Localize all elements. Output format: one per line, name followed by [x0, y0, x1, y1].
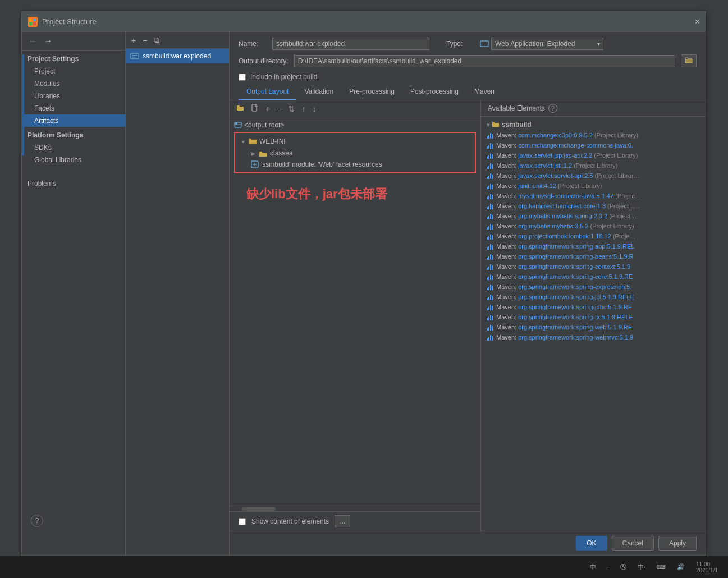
taskbar-item-s[interactable]: Ⓢ — [617, 561, 630, 573]
maven-bar-icon-11 — [487, 243, 493, 250]
avail-item-3[interactable]: Maven: javax.servlet:jstl:1.2 (Project L… — [481, 160, 706, 171]
avail-item-17[interactable]: Maven: org.springframework:spring-jdbc:5… — [481, 302, 706, 312]
type-select[interactable]: Web Application: Exploded — [491, 38, 603, 50]
tree-item-web-inf[interactable]: ▾ WEB-INF — [237, 135, 473, 148]
annotation-text: 缺少lib文件，jar包未部署 — [230, 175, 480, 214]
avail-item-13[interactable]: Maven: org.springframework:spring-contex… — [481, 262, 706, 272]
svg-rect-3 — [33, 22, 36, 25]
avail-item-label-5: Maven: junit:junit:4.12 (Project Library… — [496, 182, 602, 189]
remove-artifact-button[interactable]: − — [140, 35, 149, 46]
avail-item-4[interactable]: Maven: javax.servlet:servlet-api:2.5 (Pr… — [481, 171, 706, 181]
tab-output-layout[interactable]: Output Layout — [239, 84, 296, 100]
move-up-button[interactable]: ↑ — [299, 103, 308, 114]
avail-item-9[interactable]: Maven: org.mybatis:mybatis:3.5.2 (Projec… — [481, 221, 706, 231]
horizontal-scrollbar[interactable] — [230, 506, 480, 511]
avail-item-20[interactable]: Maven: org.springframework:spring-webmvc… — [481, 332, 706, 342]
maven-bar-icon-9 — [487, 223, 493, 230]
project-settings-label: Project Settings — [22, 51, 125, 65]
avail-item-19[interactable]: Maven: org.springframework:spring-web:5.… — [481, 322, 706, 332]
tree-red-box: ▾ WEB-INF — [234, 132, 476, 173]
avail-item-16[interactable]: Maven: org.springframework:spring-jcl:5.… — [481, 292, 706, 302]
taskbar-item-volume[interactable]: 🔊 — [674, 562, 688, 572]
maven-bar-icon-13 — [487, 263, 493, 270]
add-dir-button[interactable] — [234, 103, 246, 114]
remove-button[interactable]: − — [274, 103, 283, 114]
ok-button[interactable]: OK — [576, 536, 607, 551]
avail-item-8[interactable]: Maven: org.mybatis:mybatis-spring:2.0.2 … — [481, 211, 706, 221]
avail-item-label-2: Maven: javax.servlet.jsp:jsp-api:2.2 (Pr… — [496, 152, 638, 159]
browse-output-dir-button[interactable] — [681, 54, 697, 67]
maven-bar-icon-16 — [487, 293, 493, 300]
tree-item-module-facet[interactable]: 'ssmbuild' module: 'Web' facet resources — [237, 159, 473, 170]
sidebar-nav: ← → — [22, 32, 125, 51]
scrollbar-thumb[interactable] — [242, 507, 276, 511]
avail-item-1[interactable]: Maven: com.mchange:mchange-commons-java:… — [481, 140, 706, 150]
avail-item-label-15: Maven: org.springframework:spring-expres… — [496, 283, 632, 290]
tab-pre-processing[interactable]: Pre-processing — [341, 84, 402, 100]
sidebar-item-problems[interactable]: Problems — [22, 175, 125, 190]
add-button[interactable]: + — [263, 103, 272, 114]
sidebar-item-modules[interactable]: Modules — [22, 77, 125, 90]
maven-bar-icon-20 — [487, 334, 493, 341]
taskbar-item-dot[interactable]: · — [604, 562, 612, 572]
avail-item-18[interactable]: Maven: org.springframework:spring-tx:5.1… — [481, 312, 706, 322]
show-content-checkbox[interactable] — [239, 518, 246, 525]
sidebar-item-facets[interactable]: Facets — [22, 102, 125, 114]
sidebar-item-project[interactable]: Project — [22, 65, 125, 77]
add-artifact-button[interactable]: + — [129, 35, 138, 46]
avail-item-12[interactable]: Maven: org.springframework:spring-beans:… — [481, 251, 706, 262]
sidebar-item-sdks[interactable]: SDKs — [22, 141, 125, 154]
tab-maven[interactable]: Maven — [466, 84, 502, 100]
maven-bar-icon-3 — [487, 162, 493, 169]
tab-post-processing[interactable]: Post-processing — [402, 84, 466, 100]
more-button[interactable]: ... — [335, 515, 350, 527]
taskbar-item-lang[interactable]: 中· — [634, 561, 649, 573]
avail-item-label-4: Maven: javax.servlet:servlet-api:2.5 (Pr… — [496, 172, 640, 179]
help-icon[interactable]: ? — [548, 104, 557, 113]
taskbar-item-ime[interactable]: 中 — [587, 561, 599, 573]
avail-item-14[interactable]: Maven: org.springframework:spring-core:5… — [481, 272, 706, 282]
title-bar: Project Structure × — [22, 12, 706, 32]
sidebar-item-artifacts[interactable]: Artifacts — [22, 114, 125, 127]
expand-arrow-icon: ▾ — [242, 139, 245, 145]
avail-item-11[interactable]: Maven: org.springframework:spring-aop:5.… — [481, 241, 706, 251]
tree-item-output-root[interactable]: <output root> — [230, 120, 480, 131]
output-dir-input[interactable] — [294, 55, 675, 67]
add-file-button[interactable] — [249, 103, 261, 114]
artifact-toolbar: + − ⧉ — [126, 32, 229, 49]
tree-item-classes[interactable]: ▶ classes — [237, 148, 473, 159]
help-button[interactable]: ? — [31, 515, 43, 527]
ssmbuild-folder-icon — [492, 121, 500, 128]
svg-rect-4 — [131, 53, 139, 59]
avail-item-7[interactable]: Maven: org.hamcrest:hamcrest-core:1.3 (P… — [481, 201, 706, 211]
sort-button[interactable]: ⇅ — [286, 103, 297, 114]
maven-bar-icon-6 — [487, 192, 493, 199]
avail-item-label-10: Maven: org.projectlombok:lombok:1.18.12 … — [496, 233, 635, 240]
apply-button[interactable]: Apply — [658, 536, 697, 551]
include-in-build-checkbox[interactable] — [239, 74, 246, 81]
avail-item-5[interactable]: Maven: junit:junit:4.12 (Project Library… — [481, 181, 706, 191]
forward-arrow[interactable]: → — [42, 35, 54, 47]
move-down-button[interactable]: ↓ — [310, 103, 318, 114]
close-button[interactable]: × — [695, 17, 700, 26]
avail-item-6[interactable]: Maven: mysql:mysql-connector-java:5.1.47… — [481, 191, 706, 201]
taskbar-item-keyboard[interactable]: ⌨ — [653, 562, 669, 572]
available-group-ssmbuild[interactable]: ▾ ssmbuild — [481, 119, 706, 130]
maven-bar-icon-10 — [487, 233, 493, 240]
available-group-label: ssmbuild — [502, 121, 532, 129]
avail-item-2[interactable]: Maven: javax.servlet.jsp:jsp-api:2.2 (Pr… — [481, 150, 706, 160]
bottom-bar: Show content of elements ... — [230, 511, 480, 531]
sidebar-item-libraries[interactable]: Libraries — [22, 90, 125, 102]
avail-item-0[interactable]: Maven: com.mchange:c3p0:0.9.5.2 (Project… — [481, 130, 706, 140]
artifact-item-ssmbuild[interactable]: ssmbuild:war exploded — [126, 49, 229, 63]
tab-validation[interactable]: Validation — [296, 84, 341, 100]
avail-item-label-18: Maven: org.springframework:spring-tx:5.1… — [496, 314, 633, 320]
avail-item-10[interactable]: Maven: org.projectlombok:lombok:1.18.12 … — [481, 231, 706, 241]
sidebar-item-global-libraries[interactable]: Global Libraries — [22, 154, 125, 166]
avail-item-15[interactable]: Maven: org.springframework:spring-expres… — [481, 282, 706, 292]
back-arrow[interactable]: ← — [26, 35, 39, 47]
module-facet-label: 'ssmbuild' module: 'Web' facet resources — [261, 160, 382, 168]
name-input[interactable] — [272, 38, 429, 50]
cancel-button[interactable]: Cancel — [612, 536, 654, 551]
copy-artifact-button[interactable]: ⧉ — [152, 34, 162, 46]
